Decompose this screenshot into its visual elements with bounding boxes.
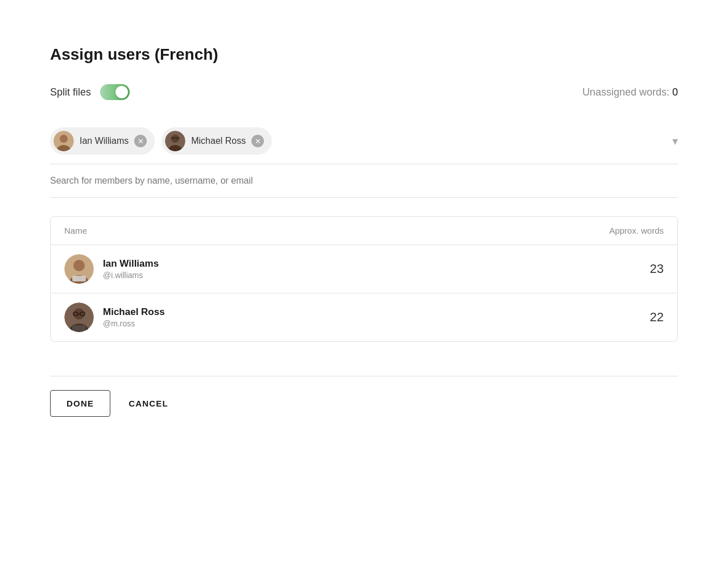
chip-avatar-michael xyxy=(165,131,185,151)
row-words-ian: 23 xyxy=(630,262,664,276)
row-username-ian: @i.williams xyxy=(103,271,630,280)
chip-ian-williams[interactable]: Ian Williams ✕ xyxy=(50,127,155,155)
assign-users-dialog: Assign users (French) Split files Unassi… xyxy=(23,23,705,430)
split-files-toggle[interactable] xyxy=(100,84,130,100)
row-name-ian: Ian Williams xyxy=(103,258,630,270)
split-files-label: Split files xyxy=(50,86,91,98)
unassigned-words: Unassigned words: 0 xyxy=(582,86,678,98)
table-header: Name Approx. words xyxy=(51,217,677,245)
chip-avatar-ian xyxy=(53,131,74,151)
dialog-footer: DONE CANCEL xyxy=(50,376,678,430)
row-avatar-svg-michael xyxy=(64,302,94,332)
toggle-thumb xyxy=(115,86,128,98)
chip-name-michael: Michael Ross xyxy=(191,136,246,146)
col-name-header: Name xyxy=(64,226,87,235)
chip-name-ian: Ian Williams xyxy=(80,136,129,146)
unassigned-count: 0 xyxy=(672,86,678,98)
unassigned-label: Unassigned words: 0 xyxy=(582,86,678,98)
selected-users-row: Ian Williams ✕ Michael Ross ✕ ▾ xyxy=(50,118,678,164)
svg-point-8 xyxy=(73,260,85,271)
split-row: Split files Unassigned words: 0 xyxy=(50,84,678,100)
row-info-michael: Michael Ross @m.ross xyxy=(103,306,630,328)
avatar-svg-michael xyxy=(165,131,185,151)
svg-rect-17 xyxy=(72,325,86,331)
users-table: Name Approx. words Ian Williams @i.willi… xyxy=(50,216,678,342)
table-row: Ian Williams @i.williams 23 xyxy=(51,245,677,293)
dialog-title: Assign users (French) xyxy=(50,45,678,64)
row-avatar-svg-ian xyxy=(64,254,94,284)
split-files-control: Split files xyxy=(50,84,130,100)
chip-michael-ross[interactable]: Michael Ross ✕ xyxy=(162,127,272,155)
row-username-michael: @m.ross xyxy=(103,319,630,328)
cancel-button[interactable]: CANCEL xyxy=(129,391,168,416)
member-search-input[interactable] xyxy=(50,164,678,198)
toggle-track xyxy=(100,84,130,100)
chips-dropdown-arrow[interactable]: ▾ xyxy=(672,134,678,148)
avatar-svg-ian xyxy=(53,131,74,151)
row-avatar-ian xyxy=(64,254,94,284)
chip-close-michael[interactable]: ✕ xyxy=(251,135,264,147)
table-row: Michael Ross @m.ross 22 xyxy=(51,293,677,341)
row-avatar-michael xyxy=(64,302,94,332)
row-name-michael: Michael Ross xyxy=(103,306,630,318)
done-button[interactable]: DONE xyxy=(50,390,110,417)
col-words-header: Approx. words xyxy=(609,226,664,235)
svg-point-1 xyxy=(60,135,68,143)
svg-rect-10 xyxy=(72,276,86,281)
row-words-michael: 22 xyxy=(630,310,664,325)
row-info-ian: Ian Williams @i.williams xyxy=(103,258,630,280)
chip-close-ian[interactable]: ✕ xyxy=(134,135,147,147)
svg-rect-6 xyxy=(171,137,180,139)
